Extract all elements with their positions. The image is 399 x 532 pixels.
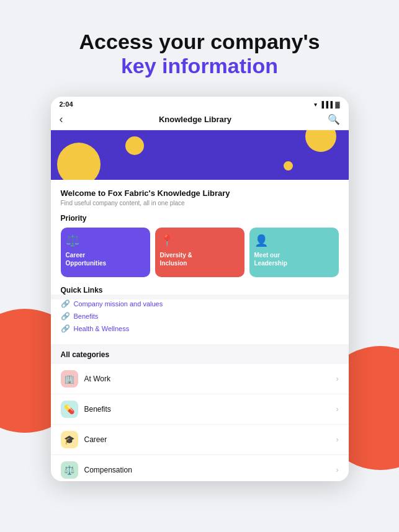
- compensation-icon-wrap: ⚖️: [61, 461, 78, 479]
- status-time: 2:04: [60, 100, 73, 108]
- hero-line1: Access your company's: [25, 30, 374, 54]
- signal-icon: ▐▐▐: [320, 101, 333, 108]
- category-career-left: 🎓 Career: [61, 431, 107, 448]
- all-categories-label: All categories: [51, 350, 349, 364]
- quick-link-mission-text: Company mission and values: [74, 300, 163, 308]
- phone-wrapper: 2:04 ▾ ▐▐▐ ▓ ‹ Knowledge Library 🔍: [0, 97, 399, 481]
- content-body: Welcome to Fox Fabric's Knowledge Librar…: [51, 180, 349, 295]
- categories-section: All categories 🏢 At Work › 💊 Benefits ›: [51, 344, 349, 481]
- external-link-icon-2: 🔗: [61, 312, 70, 321]
- at-work-icon-wrap: 🏢: [61, 370, 78, 388]
- hero-section: Access your company's key information: [0, 0, 399, 91]
- quick-link-benefits[interactable]: 🔗 Benefits: [61, 312, 339, 321]
- leadership-icon: 👤: [254, 234, 268, 247]
- at-work-name: At Work: [84, 375, 110, 383]
- category-career[interactable]: 🎓 Career ›: [51, 425, 349, 455]
- quick-links-section: 🔗 Company mission and values 🔗 Benefits …: [51, 299, 349, 344]
- back-button[interactable]: ‹: [60, 113, 63, 126]
- priority-card-diversity[interactable]: 📍 Diversity &Inclusion: [155, 228, 244, 277]
- quick-link-wellness[interactable]: 🔗 Health & Wellness: [61, 324, 339, 333]
- nav-title: Knowledge Library: [159, 115, 231, 124]
- leadership-label: Meet ourLeadership: [254, 251, 287, 267]
- quick-link-benefits-text: Benefits: [74, 313, 99, 320]
- quick-links-label: Quick Links: [61, 286, 339, 295]
- banner-circle-small: [125, 136, 144, 155]
- career-icon-wrap: 🎓: [61, 431, 78, 448]
- benefits-icon-wrap: 💊: [61, 401, 78, 418]
- banner-circle-xs: [284, 161, 293, 171]
- phone-mockup: 2:04 ▾ ▐▐▐ ▓ ‹ Knowledge Library 🔍: [51, 97, 349, 481]
- battery-icon: ▓: [335, 101, 339, 108]
- compensation-chevron: ›: [336, 466, 339, 474]
- status-icons: ▾ ▐▐▐ ▓: [314, 101, 340, 108]
- external-link-icon: 🔗: [61, 299, 70, 308]
- priority-card-leadership[interactable]: 👤 Meet ourLeadership: [249, 228, 339, 277]
- welcome-sub: Find useful company content, all in one …: [61, 200, 339, 206]
- benefits-chevron: ›: [336, 405, 339, 414]
- wifi-icon: ▾: [314, 101, 317, 108]
- quick-link-wellness-text: Health & Wellness: [74, 325, 130, 332]
- priority-cards: ⚖️ CareerOpportunities 📍 Diversity &Incl…: [61, 228, 339, 277]
- search-icon[interactable]: 🔍: [328, 113, 340, 125]
- banner-circle-large: [57, 143, 101, 180]
- status-bar: 2:04 ▾ ▐▐▐ ▓: [51, 97, 349, 110]
- diversity-icon: 📍: [160, 234, 174, 247]
- nav-bar: ‹ Knowledge Library 🔍: [51, 110, 349, 130]
- compensation-name: Compensation: [84, 466, 132, 474]
- phone-content[interactable]: Welcome to Fox Fabric's Knowledge Librar…: [51, 130, 349, 481]
- hero-line2: key information: [25, 54, 374, 78]
- category-benefits[interactable]: 💊 Benefits ›: [51, 394, 349, 425]
- category-benefits-left: 💊 Benefits: [61, 401, 111, 418]
- quick-link-mission[interactable]: 🔗 Company mission and values: [61, 299, 339, 308]
- category-at-work[interactable]: 🏢 At Work ›: [51, 364, 349, 394]
- category-at-work-left: 🏢 At Work: [61, 370, 110, 388]
- diversity-label: Diversity &Inclusion: [160, 251, 192, 267]
- career-icon: ⚖️: [66, 234, 79, 247]
- category-compensation[interactable]: ⚖️ Compensation ›: [51, 455, 349, 481]
- benefits-name: Benefits: [84, 405, 111, 414]
- external-link-icon-3: 🔗: [61, 324, 70, 333]
- welcome-title: Welcome to Fox Fabric's Knowledge Librar…: [61, 188, 339, 198]
- priority-label: Priority: [61, 214, 339, 223]
- hero-banner: [51, 130, 349, 180]
- career-name: Career: [84, 435, 107, 444]
- category-compensation-left: ⚖️ Compensation: [61, 461, 132, 479]
- banner-circle-medium: [305, 130, 336, 152]
- at-work-chevron: ›: [336, 375, 339, 383]
- career-label: CareerOpportunities: [66, 251, 107, 267]
- priority-card-career[interactable]: ⚖️ CareerOpportunities: [61, 228, 150, 277]
- career-chevron: ›: [336, 435, 339, 444]
